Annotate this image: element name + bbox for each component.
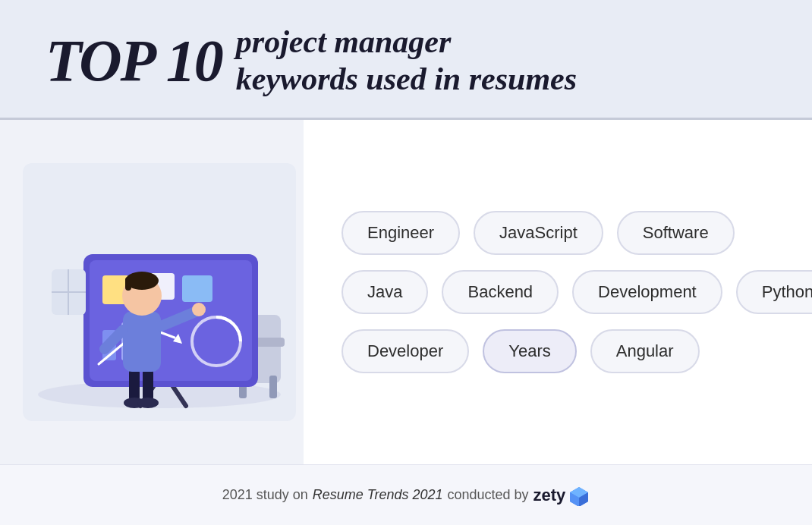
- footer-italic: Resume Trends 2021: [313, 487, 443, 503]
- footer-prefix: 2021 study on: [222, 487, 308, 503]
- svg-rect-28: [125, 277, 131, 291]
- zety-brand: zety: [533, 486, 566, 505]
- footer-suffix: conducted by: [447, 487, 528, 503]
- svg-rect-18: [129, 368, 140, 402]
- subtitle-line2: keywords used in resumes: [236, 61, 577, 97]
- keywords-row-3: Developer Years Angular: [341, 329, 812, 373]
- keyword-javascript: JavaScript: [474, 211, 603, 255]
- footer-text: 2021 study on Resume Trends 2021 conduct…: [222, 485, 590, 506]
- illustration-area: [0, 120, 304, 464]
- keyword-software: Software: [617, 211, 735, 255]
- main-content: Engineer JavaScript Software Java Backen…: [0, 120, 812, 464]
- keyword-backend: Backend: [442, 270, 559, 314]
- page-wrapper: TOP 10 project manager keywords used in …: [0, 0, 812, 525]
- keyword-engineer: Engineer: [341, 211, 460, 255]
- header-section: TOP 10 project manager keywords used in …: [0, 0, 812, 118]
- svg-rect-12: [182, 275, 212, 302]
- keyword-java: Java: [341, 270, 428, 314]
- keyword-development: Development: [572, 270, 722, 314]
- illustration-svg: [23, 163, 296, 421]
- zety-cube-icon: [568, 485, 590, 506]
- keyword-developer: Developer: [341, 329, 469, 373]
- title-top10: TOP 10: [46, 31, 222, 90]
- keyword-years: Years: [483, 329, 576, 373]
- svg-rect-5: [269, 376, 277, 398]
- svg-rect-19: [143, 368, 153, 402]
- zety-logo: zety: [533, 485, 590, 506]
- keywords-row-2: Java Backend Development Python: [341, 270, 812, 314]
- keywords-row-1: Engineer JavaScript Software: [341, 211, 812, 255]
- title-subtitle: project manager keywords used in resumes: [236, 24, 577, 97]
- svg-point-24: [192, 303, 206, 316]
- svg-rect-22: [123, 311, 161, 372]
- svg-point-21: [137, 398, 159, 408]
- keyword-angular: Angular: [590, 329, 700, 373]
- keywords-area: Engineer JavaScript Software Java Backen…: [304, 120, 812, 464]
- footer-section: 2021 study on Resume Trends 2021 conduct…: [0, 464, 812, 525]
- subtitle-line1: project manager: [236, 24, 577, 60]
- keyword-python: Python: [736, 270, 812, 314]
